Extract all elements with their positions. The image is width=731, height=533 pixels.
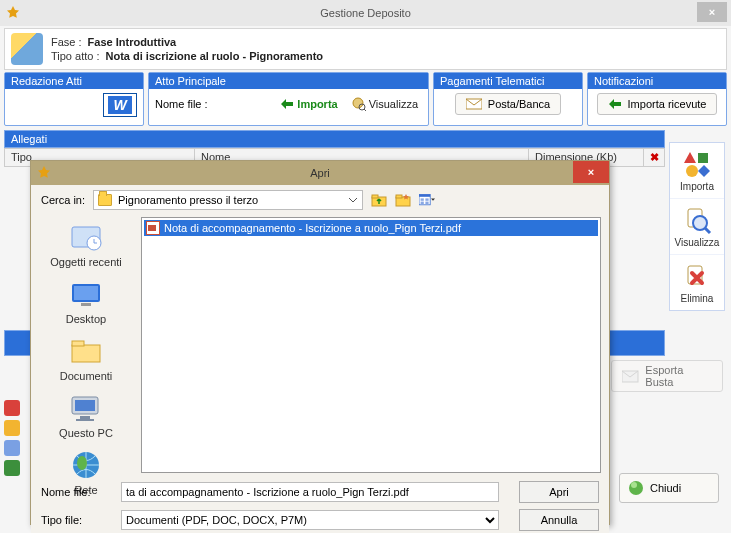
import-arrow-icon bbox=[608, 97, 622, 111]
window-close-button[interactable]: × bbox=[697, 2, 727, 22]
places-bar: Oggetti recenti Desktop Documenti Questo… bbox=[31, 215, 141, 475]
tipo-file-select[interactable]: Documenti (PDF, DOC, DOCX, P7M) bbox=[121, 510, 499, 530]
cerca-in-label: Cerca in: bbox=[41, 194, 85, 206]
dialog-tool-icons bbox=[371, 192, 435, 208]
dialog-body: Oggetti recenti Desktop Documenti Questo… bbox=[31, 215, 609, 475]
dialog-app-icon bbox=[37, 166, 51, 180]
svg-point-9 bbox=[693, 216, 707, 230]
group-pagamenti-telematici: Pagamenti Telematici Posta/Banca bbox=[433, 72, 583, 126]
recent-items-icon bbox=[66, 221, 106, 253]
esporta-busta-button[interactable]: Esporta Busta bbox=[611, 360, 723, 392]
envelope-export-icon bbox=[622, 368, 639, 384]
side-importa-button[interactable]: Importa bbox=[670, 143, 724, 199]
dialog-title: Apri bbox=[310, 167, 330, 179]
magnifier-icon bbox=[682, 205, 712, 235]
open-file-dialog: Apri × Cerca in: Pignoramento presso il … bbox=[30, 160, 610, 525]
look-in-combo[interactable]: Pignoramento presso il terzo bbox=[93, 190, 363, 210]
annulla-button[interactable]: Annulla bbox=[519, 509, 599, 531]
word-icon: W bbox=[108, 96, 132, 114]
import-arrow-icon bbox=[280, 97, 294, 111]
nome-file-label: Nome file: bbox=[41, 486, 111, 498]
allegati-side-buttons: Importa Visualizza Elimina bbox=[669, 142, 725, 311]
fase-value: Fase Introduttiva bbox=[88, 36, 177, 48]
svg-rect-34 bbox=[80, 416, 90, 419]
svg-point-6 bbox=[686, 165, 698, 177]
svg-rect-35 bbox=[76, 419, 94, 421]
folder-icon bbox=[98, 194, 112, 206]
allegati-title: Allegati bbox=[4, 130, 665, 148]
file-item[interactable]: Nota di accompagnamento - Iscrizione a r… bbox=[144, 220, 598, 236]
green-orb-icon bbox=[628, 480, 644, 496]
place-thispc[interactable]: Questo PC bbox=[59, 392, 113, 439]
document-icon bbox=[11, 33, 43, 65]
svg-rect-29 bbox=[81, 303, 91, 306]
computer-icon bbox=[66, 392, 106, 424]
side-elimina-button[interactable]: Elimina bbox=[670, 255, 724, 310]
svg-rect-18 bbox=[396, 195, 402, 198]
group-title: Redazione Atti bbox=[5, 73, 143, 89]
svg-rect-24 bbox=[425, 202, 428, 204]
side-visualizza-button[interactable]: Visualizza bbox=[670, 199, 724, 255]
svg-line-10 bbox=[705, 228, 710, 233]
group-title: Pagamenti Telematici bbox=[434, 73, 582, 89]
group-title: Notificazioni bbox=[588, 73, 726, 89]
svg-rect-31 bbox=[72, 341, 84, 346]
desktop-icon bbox=[66, 278, 106, 310]
app-icon bbox=[6, 6, 20, 20]
view-menu-icon[interactable] bbox=[419, 192, 435, 208]
posta-banca-button[interactable]: Posta/Banca bbox=[455, 93, 561, 115]
strip-green-icon bbox=[4, 460, 20, 476]
chiudi-button[interactable]: Chiudi bbox=[619, 473, 719, 503]
svg-point-14 bbox=[631, 482, 637, 488]
svg-rect-28 bbox=[74, 286, 98, 300]
svg-rect-16 bbox=[372, 195, 378, 198]
new-folder-icon[interactable] bbox=[395, 192, 411, 208]
svg-marker-4 bbox=[684, 152, 696, 163]
svg-rect-23 bbox=[421, 202, 424, 204]
importa-button[interactable]: Importa bbox=[276, 96, 341, 112]
dialog-titlebar: Apri × bbox=[31, 161, 609, 185]
apri-button[interactable]: Apri bbox=[519, 481, 599, 503]
place-documents[interactable]: Documenti bbox=[60, 335, 113, 382]
chevron-down-icon bbox=[348, 195, 358, 205]
left-side-strip bbox=[4, 400, 24, 476]
documents-folder-icon bbox=[66, 335, 106, 367]
visualizza-button[interactable]: Visualizza bbox=[348, 96, 422, 112]
file-name: Nota di accompagnamento - Iscrizione a r… bbox=[164, 222, 461, 234]
col-delete[interactable]: ✖ bbox=[644, 149, 664, 166]
fase-label: Fase : bbox=[51, 36, 82, 48]
up-folder-icon[interactable] bbox=[371, 192, 387, 208]
groups-row: Redazione Atti W Atto Principale Nome fi… bbox=[4, 72, 727, 126]
globe-search-icon bbox=[352, 97, 366, 111]
place-recent[interactable]: Oggetti recenti bbox=[50, 221, 122, 268]
svg-rect-30 bbox=[72, 345, 100, 362]
dialog-bottom: Nome file: Apri Tipo file: Documenti (PD… bbox=[31, 475, 609, 533]
tipo-label: Tipo atto : bbox=[51, 50, 100, 62]
svg-rect-33 bbox=[75, 400, 95, 411]
dialog-close-button[interactable]: × bbox=[573, 161, 609, 183]
header-info-panel: Fase : Fase Introduttiva Tipo atto : Not… bbox=[4, 28, 727, 70]
nome-file-label: Nome file : bbox=[155, 98, 208, 110]
strip-red-icon bbox=[4, 400, 20, 416]
nome-file-input[interactable] bbox=[121, 482, 499, 502]
svg-rect-5 bbox=[698, 153, 708, 163]
word-button[interactable]: W bbox=[103, 93, 137, 117]
strip-yellow-icon bbox=[4, 420, 20, 436]
window-title: Gestione Deposito bbox=[320, 7, 411, 19]
svg-rect-20 bbox=[419, 194, 430, 196]
dialog-toolbar: Cerca in: Pignoramento presso il terzo bbox=[31, 185, 609, 215]
main-window: Gestione Deposito × Fase : Fase Introdut… bbox=[0, 0, 731, 533]
importa-ricevute-button[interactable]: Importa ricevute bbox=[597, 93, 718, 115]
place-desktop[interactable]: Desktop bbox=[66, 278, 106, 325]
svg-point-37 bbox=[77, 456, 87, 470]
envelope-icon bbox=[466, 97, 482, 111]
file-list[interactable]: Nota di accompagnamento - Iscrizione a r… bbox=[141, 217, 601, 473]
strip-blue-icon bbox=[4, 440, 20, 456]
svg-point-0 bbox=[353, 98, 363, 108]
titlebar: Gestione Deposito × bbox=[0, 0, 731, 26]
tipo-file-label: Tipo file: bbox=[41, 514, 111, 526]
pdf-file-icon bbox=[146, 221, 160, 235]
network-globe-icon bbox=[66, 449, 106, 481]
svg-rect-22 bbox=[425, 198, 428, 200]
shapes-import-icon bbox=[682, 149, 712, 179]
